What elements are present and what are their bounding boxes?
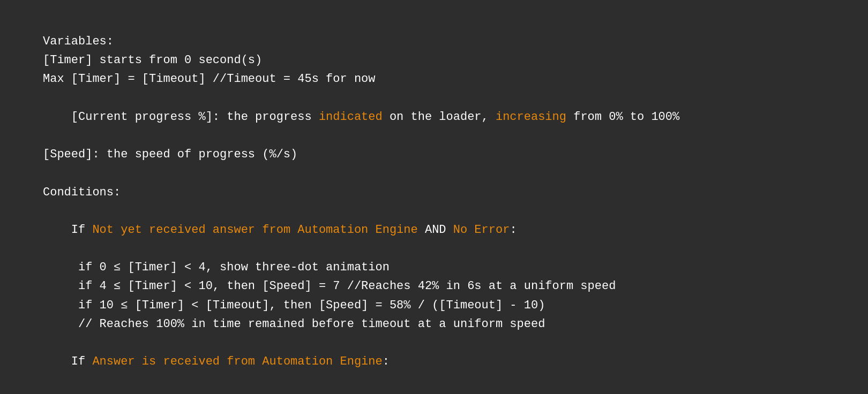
if1-colon: :: [510, 223, 517, 237]
if1-and: AND: [418, 223, 453, 237]
cond3-line: if 10 ≤ [Timer] < [Timeout], then [Speed…: [43, 296, 825, 315]
if1-no-error: No Error: [453, 223, 510, 237]
var3-text5: 100%: [644, 110, 679, 124]
cond4-line: // Reaches 100% in time remained before …: [43, 315, 825, 334]
if2-condition: Answer is received from Automation Engin…: [92, 355, 382, 368]
if2-line: If Answer is received from Automation En…: [43, 334, 825, 390]
var3-text1: [Current progress %]: the progress: [71, 110, 319, 124]
var3-indicated: indicated: [319, 110, 383, 124]
var3-to: to: [630, 110, 644, 124]
conditions-header: Conditions:: [43, 183, 825, 202]
variables-header: Variables:: [43, 32, 825, 51]
if1-line: If Not yet received answer from Automati…: [43, 202, 825, 259]
var3-text2: on the loader,: [383, 110, 496, 124]
var4-line: [Speed]: the speed of progress (%/s): [43, 145, 825, 164]
var3-line: [Current progress %]: the progress indic…: [43, 89, 825, 146]
var3-from: from: [573, 110, 602, 124]
if1-white1: If: [71, 223, 93, 237]
cond5-line: [Speed] = (100%-[Current progress %]) / …: [43, 390, 825, 394]
var3-text4: 0%: [602, 110, 630, 124]
cond1-line: if 0 ≤ [Timer] < 4, show three-dot anima…: [43, 258, 825, 277]
if2-white1: If: [71, 355, 93, 368]
var3-increasing: increasing: [496, 110, 566, 124]
if1-condition: Not yet received answer from Automation …: [92, 223, 417, 237]
blank-line-1: [43, 164, 825, 183]
code-documentation: Variables: [Timer] starts from 0 second(…: [43, 32, 825, 394]
if2-colon: :: [383, 355, 390, 368]
cond2-line: if 4 ≤ [Timer] < 10, then [Speed] = 7 //…: [43, 277, 825, 296]
var3-text3: [566, 110, 573, 124]
var2-line: Max [Timer] = [Timeout] //Timeout = 45s …: [43, 70, 825, 88]
var1-line: [Timer] starts from 0 second(s): [43, 51, 825, 70]
